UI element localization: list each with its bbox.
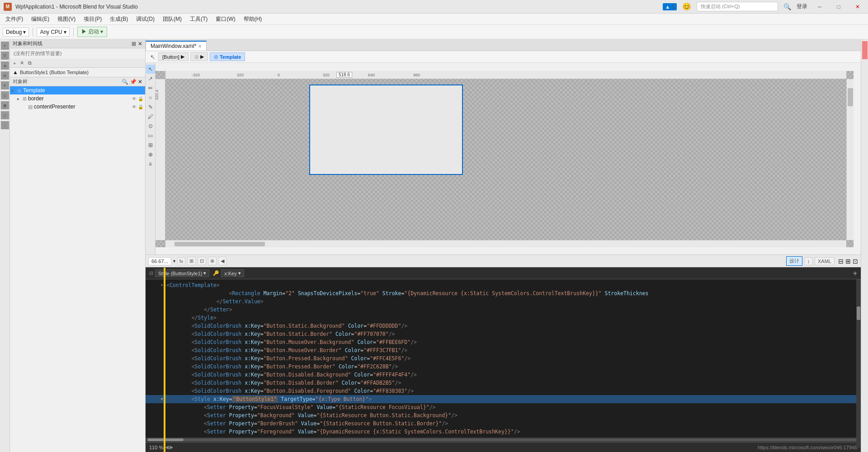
tab-close-icon[interactable]: ✕ — [198, 44, 202, 49]
design-view-btn[interactable]: 设计 — [786, 256, 802, 266]
menu-project[interactable]: 项目(P) — [80, 14, 105, 24]
search-icon[interactable]: 🔍 — [783, 3, 791, 10]
tree-item-content-presenter[interactable]: ▤ contentPresenter 👁 🔒 — [10, 103, 145, 111]
menu-help[interactable]: 帮助(H) — [240, 14, 266, 24]
menu-team[interactable]: 团队(M) — [159, 14, 185, 24]
expander-icon[interactable]: ▸ — [12, 88, 17, 93]
grid-tool-btn[interactable]: ⊞ — [146, 141, 155, 150]
breadcrumb-arrow-tool[interactable]: ↖ — [149, 52, 156, 61]
canvas-vscrollbar[interactable] — [846, 79, 854, 240]
code-vscrollbar[interactable] — [856, 279, 861, 447]
layout-icon-3[interactable]: ⊡ — [853, 258, 858, 265]
code-scroll-thumb[interactable] — [147, 438, 184, 441]
run-button[interactable]: ▶ 启动 ▾ — [77, 27, 108, 37]
zoom-tool-btn[interactable]: ○ — [146, 93, 155, 102]
sidebar-icon-4[interactable]: ⊞ — [1, 71, 9, 80]
duplicate-btn[interactable]: ⧉ — [27, 60, 33, 66]
button-style-item[interactable]: ▲ ButtonStyle1 (Button Template) — [10, 68, 145, 77]
pen-tool-btn[interactable]: ✏ — [146, 84, 155, 93]
menu-edit[interactable]: 编辑(E) — [28, 14, 53, 24]
select-tool-btn[interactable]: ↖ — [146, 65, 155, 74]
lock-icon[interactable]: 🔒 — [138, 96, 143, 101]
sidebar-icon-2[interactable]: ☰ — [1, 52, 9, 60]
panel-header-controls: ⊞ ✕ — [132, 41, 142, 47]
zoom-increase-btn[interactable]: ▶ — [170, 444, 173, 450]
maximize-button[interactable]: □ — [832, 2, 845, 11]
object-panel-toolbar: + ✕ ⧉ — [10, 59, 145, 68]
code-hscrollbar[interactable] — [146, 438, 861, 442]
crosshair-tool-btn[interactable]: ⊕ — [146, 150, 155, 159]
pin-tree-icon[interactable]: 📌 — [130, 79, 137, 85]
dropdown-arrow-icon: ▾ — [23, 29, 26, 35]
search-input[interactable]: 快速启动 (Ctrl+Q) — [697, 2, 778, 11]
split-view-icon[interactable]: ↕ — [804, 257, 813, 265]
sidebar-icon-1[interactable]: ≡ — [1, 42, 9, 50]
right-expand-btn[interactable] — [862, 41, 868, 59]
lock-icon[interactable]: 🔒 — [138, 104, 143, 109]
breadcrumb-circle-icon: ◎ — [194, 54, 199, 60]
snap-btn[interactable]: ⊡ — [198, 257, 206, 265]
breadcrumb-arrow-icon-2: ▶ — [200, 54, 204, 60]
breadcrumb-button[interactable]: [Button] ▶ — [158, 52, 189, 61]
direct-select-tool-btn[interactable]: ↗ — [146, 74, 155, 83]
menu-tools[interactable]: 工具(T) — [186, 14, 211, 24]
paint-bucket-btn[interactable]: ⊙ — [146, 122, 155, 131]
sidebar-icon-3[interactable]: ◈ — [1, 61, 9, 70]
close-button[interactable]: ✕ — [851, 2, 864, 11]
canvas-hscrollbar[interactable] — [165, 240, 846, 247]
xaml-view-btn[interactable]: XAML — [815, 257, 835, 265]
paint-tool-btn[interactable]: 🖊 — [146, 112, 155, 121]
zoom-dropdown-arrow[interactable]: ▾ — [173, 259, 175, 264]
rectangle-tool-btn[interactable]: ▭ — [146, 131, 155, 140]
code-line: <Rectangle Margin="2" SnapsToDevicePixel… — [146, 289, 861, 297]
search-tree-icon[interactable]: 🔍 — [122, 79, 128, 85]
platform-dropdown[interactable]: Any CPU ▾ — [37, 28, 69, 37]
code-vscrollbar-thumb[interactable] — [857, 306, 860, 320]
eye-icon[interactable]: 👁 — [132, 104, 137, 109]
close-tree-icon[interactable]: ✕ — [138, 79, 142, 85]
breadcrumb-template[interactable]: ◎ Template — [210, 52, 245, 61]
xkey-dropdown[interactable]: x:Key ▾ — [221, 269, 244, 277]
grid-view-btn[interactable]: ⊞ — [187, 257, 196, 265]
fx-button[interactable]: fx — [177, 257, 186, 265]
view-toggle: 设计 ↕ XAML ⊟ ⊞ ⊡ — [786, 256, 858, 266]
menu-view[interactable]: 视图(V) — [54, 14, 79, 24]
code-line: <SolidColorBrush x:Key="Button.MouseOver… — [146, 346, 861, 354]
tab-mainwindow[interactable]: MainWindow.xaml* ✕ — [146, 41, 207, 51]
layout-icon-1[interactable]: ⊟ — [838, 258, 844, 265]
layout-icon-2[interactable]: ⊞ — [845, 258, 851, 265]
pin-icon[interactable]: ⊞ — [132, 41, 136, 47]
eye-icon[interactable]: 👁 — [132, 96, 137, 101]
add-code-btn[interactable]: + — [853, 269, 857, 278]
sidebar-icon-6[interactable]: ◫ — [1, 91, 9, 99]
fit-btn[interactable]: ⊕ — [208, 257, 217, 265]
menu-build[interactable]: 生成(B) — [106, 14, 132, 24]
sidebar-icon-5[interactable]: ✦ — [1, 81, 9, 89]
hscrollbar-thumb[interactable] — [175, 242, 265, 246]
canvas-bottom-toolbar: 66.67... ▾ fx ⊞ ⊡ ⊕ ◀ 设计 ↕ XAML ⊟ ⊞ ⊡ — [146, 254, 861, 267]
align-tool-btn[interactable]: ≡ — [146, 160, 155, 169]
code-line: </Setter.Value> — [146, 297, 861, 306]
sidebar-icon-9[interactable]: ⋮ — [1, 121, 9, 129]
minimize-button[interactable]: ─ — [813, 2, 826, 11]
menu-window[interactable]: 窗口(W) — [212, 14, 239, 24]
sign-in-link[interactable]: 登录 — [797, 3, 807, 10]
add-btn[interactable]: + — [12, 60, 17, 66]
debug-mode-dropdown[interactable]: Debug ▾ — [3, 28, 29, 37]
tree-item-template[interactable]: ▸ ◎ Template — [10, 86, 145, 94]
canvas-scroll-area[interactable]: -320 320 0 320 640 960 320.4 518.6 — [156, 71, 854, 247]
close-panel-icon[interactable]: ✕ — [138, 41, 142, 47]
pencil-tool-btn[interactable]: ✎ — [146, 103, 155, 112]
vscrollbar-thumb[interactable] — [848, 88, 853, 106]
breadcrumb-circle[interactable]: ◎ ▶ — [190, 52, 208, 61]
menu-debug[interactable]: 调试(D) — [132, 14, 158, 24]
menu-file[interactable]: 文件(F) — [2, 14, 27, 24]
remove-btn[interactable]: ✕ — [19, 60, 25, 66]
toolbar-separator-2 — [73, 28, 74, 37]
sidebar-icon-8[interactable]: ◻ — [1, 111, 9, 119]
tree-item-border[interactable]: ▸ ⊞ border 👁 🔒 — [10, 94, 145, 103]
expander-icon[interactable]: ▸ — [17, 96, 23, 101]
zoom-decrease-btn[interactable]: ◀ — [165, 444, 169, 450]
collapse-btn[interactable]: ◀ — [218, 257, 226, 265]
sidebar-icon-7[interactable]: ▦ — [1, 101, 9, 109]
